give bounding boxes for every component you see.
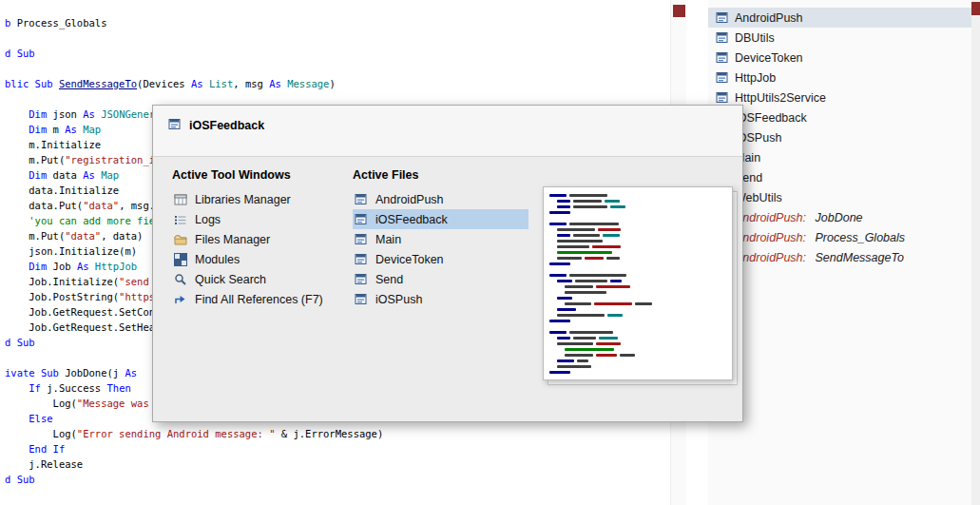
popup-body: Active Tool Windows Libraries ManagerLog… xyxy=(153,157,742,421)
module-icon xyxy=(716,11,729,25)
preview-code-line xyxy=(549,331,726,334)
active-file-item[interactable]: Send xyxy=(353,269,528,289)
module-list-item[interactable]: AndroidPush: JobDone xyxy=(708,207,971,227)
code-line: blic Sub SendMessageTo(Devices As List, … xyxy=(5,76,670,91)
module-list-item[interactable]: Main xyxy=(708,147,971,167)
tool-window-item[interactable]: Logs xyxy=(172,209,338,229)
active-files-header: Active Files xyxy=(353,168,528,184)
preview-code-line xyxy=(549,354,726,357)
app-root: b Process_Globals d Sub blic Sub SendMes… xyxy=(0,0,980,505)
tool-window-item[interactable]: Files Manager xyxy=(172,229,338,249)
tool-window-item[interactable]: Modules xyxy=(172,249,338,269)
active-file-item[interactable]: AndroidPush xyxy=(353,189,528,209)
module-member-label: SendMessageTo xyxy=(812,251,904,264)
code-line: End If xyxy=(5,441,670,456)
preview-code-line xyxy=(549,205,726,208)
module-list-item[interactable]: DeviceToken xyxy=(708,48,971,68)
panel-scrollbar[interactable] xyxy=(971,0,980,505)
preview-code-line xyxy=(549,200,726,203)
tool-window-item-label: Find All References (F7) xyxy=(195,293,323,306)
logs-icon xyxy=(174,213,187,226)
active-file-item-label: Send xyxy=(375,273,403,286)
libraries-icon xyxy=(174,193,187,206)
editor-scrollbar-marker xyxy=(673,5,685,17)
active-file-item[interactable]: Main xyxy=(353,229,528,249)
module-label: HttpUtils2Service xyxy=(735,91,826,105)
popup-header: iOSFeedback xyxy=(153,106,742,157)
module-icon xyxy=(355,293,368,306)
preview-code-line xyxy=(549,245,726,248)
preview-code-line xyxy=(549,194,726,197)
preview-code-line xyxy=(549,280,726,282)
module-icon xyxy=(716,51,729,65)
module-list-item[interactable]: DBUtils xyxy=(708,28,971,48)
preview-code-line xyxy=(549,211,726,214)
module-list-item[interactable]: AndroidPush: SendMessageTo xyxy=(708,247,971,267)
tool-window-item-label: Quick Search xyxy=(195,273,266,286)
preview-code-line xyxy=(549,342,726,345)
tool-window-item[interactable]: Find All References (F7) xyxy=(172,289,338,309)
popup-title: iOSFeedback xyxy=(189,118,264,133)
preview-code-line xyxy=(549,291,726,294)
popup-title-icon-slot xyxy=(168,118,182,135)
switcher-popup: iOSFeedback Active Tool Windows Librarie… xyxy=(152,105,743,422)
preview-code-line xyxy=(549,223,726,225)
module-icon xyxy=(168,118,182,131)
module-list-item[interactable]: iOSPush xyxy=(708,127,971,147)
preview-code-line xyxy=(549,302,726,305)
preview-code-line xyxy=(549,285,726,288)
modules-icon xyxy=(174,253,187,266)
module-label: HttpJob xyxy=(735,71,776,85)
module-list-item[interactable]: HttpUtils2Service xyxy=(708,87,971,107)
module-icon xyxy=(355,193,368,206)
active-file-item[interactable]: iOSFeedback xyxy=(353,209,528,229)
preview-code-line xyxy=(549,274,726,277)
tool-windows-list: Libraries ManagerLogsFiles ManagerModule… xyxy=(172,189,338,309)
active-files-list: AndroidPushiOSFeedbackMainDeviceTokenSen… xyxy=(353,189,528,309)
tool-window-item[interactable]: Quick Search xyxy=(172,269,338,289)
preview-code-line xyxy=(549,297,726,300)
preview-code-line xyxy=(549,365,726,368)
preview-code-line xyxy=(549,325,726,328)
module-prefix-label: AndroidPush: xyxy=(735,211,806,224)
tool-window-item-label: Libraries Manager xyxy=(195,193,291,206)
preview-code-line xyxy=(549,371,726,374)
active-file-item-label: Main xyxy=(375,233,401,246)
code-preview-lines xyxy=(543,186,733,380)
module-list-item[interactable]: Send xyxy=(708,167,971,187)
folder-icon xyxy=(174,233,187,246)
active-file-item-label: DeviceToken xyxy=(375,253,444,266)
module-list-item[interactable]: HttpJob xyxy=(708,68,971,87)
code-line: d Sub xyxy=(5,472,670,487)
code-line xyxy=(5,30,670,46)
module-icon xyxy=(355,213,368,226)
code-line: j.Release xyxy=(5,456,670,472)
module-label: DBUtils xyxy=(735,31,775,45)
active-file-item[interactable]: iOSPush xyxy=(353,289,528,309)
module-list-item[interactable]: WebUtils xyxy=(708,187,971,207)
module-list-item[interactable]: iOSFeedback xyxy=(708,107,971,127)
preview-code-line xyxy=(549,314,726,317)
preview-code-line xyxy=(549,234,726,237)
module-list-item[interactable]: AndroidPush: Process_Globals xyxy=(708,227,971,247)
code-line: Log("Error sending Android message: " & … xyxy=(5,426,670,441)
module-list-item[interactable]: AndroidPush xyxy=(708,8,971,28)
module-icon xyxy=(716,91,729,105)
module-prefix-label: AndroidPush: xyxy=(735,251,806,264)
module-icon xyxy=(716,71,729,85)
preview-code-line xyxy=(549,337,726,340)
tool-window-item-label: Modules xyxy=(195,253,240,266)
active-file-item-label: iOSFeedback xyxy=(375,213,448,226)
preview-code-line xyxy=(549,240,726,243)
preview-code-line xyxy=(549,359,726,362)
preview-code-line xyxy=(549,228,726,231)
tool-window-item[interactable]: Libraries Manager xyxy=(172,189,338,209)
preview-code-line xyxy=(549,257,726,260)
search-icon xyxy=(174,273,187,286)
tool-windows-header: Active Tool Windows xyxy=(172,168,338,184)
module-icon xyxy=(355,273,368,286)
preview-code-line xyxy=(549,217,726,220)
active-file-item[interactable]: DeviceToken xyxy=(353,249,528,269)
module-prefix-label: AndroidPush: xyxy=(735,231,806,244)
active-file-item-label: AndroidPush xyxy=(375,193,444,206)
